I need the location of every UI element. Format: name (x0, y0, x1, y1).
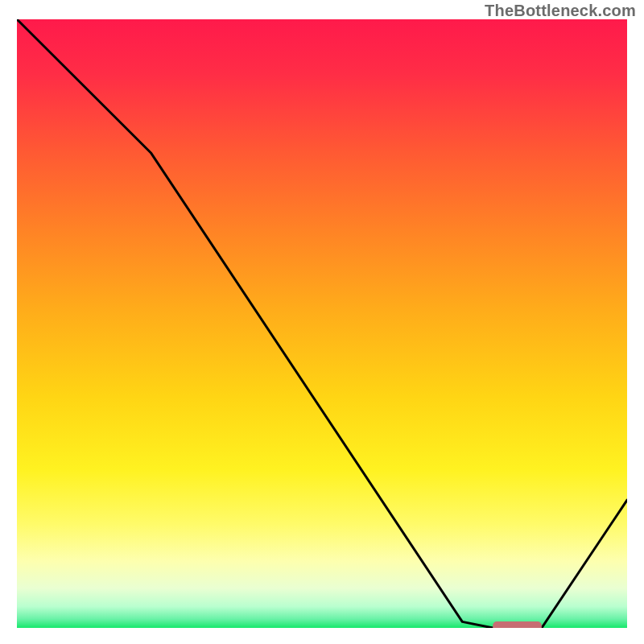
chart-container: TheBottleneck.com (0, 0, 644, 644)
chart-svg (17, 19, 627, 628)
watermark-text: TheBottleneck.com (485, 2, 636, 20)
optimal-range-marker (493, 621, 542, 628)
plot-area (17, 19, 627, 628)
